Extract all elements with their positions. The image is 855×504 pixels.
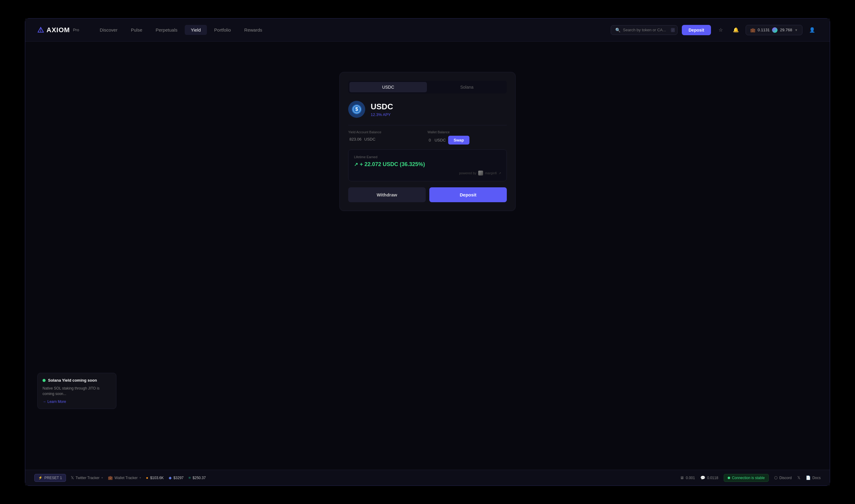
asset-header: $ USDC 12.3% APY <box>348 101 507 118</box>
arrow-right-icon: → <box>42 399 46 404</box>
num1-item: 🖥 0.001 <box>680 475 695 480</box>
num2-item: 💬 0.0118 <box>700 475 718 480</box>
status-bar: ⚡ PRESET 1 𝕏 Twitter Tracker + 💼 Wallet … <box>25 470 830 485</box>
yield-balance-value: 823.06 USDC <box>348 136 428 142</box>
balance-widget[interactable]: 💼 0.1131 29.768 ▼ <box>746 25 802 35</box>
deposit-button[interactable]: Deposit <box>682 25 711 35</box>
bell-icon: 🔔 <box>733 27 739 33</box>
notif-title: Solana Yield coming soon <box>48 378 97 382</box>
discord-item[interactable]: ⬡ Discord <box>774 475 792 480</box>
action-row: Withdraw Deposit <box>348 187 507 202</box>
lifetime-label: Lifetime Earned <box>354 155 501 159</box>
nav-right: 🔍 / Deposit ☆ 🔔 💼 0.1131 29.768 ▼ 👤 <box>611 24 818 36</box>
sol-price-icon: ● <box>146 475 148 480</box>
superscript-plus: + <box>102 476 103 480</box>
star-icon: ☆ <box>719 27 723 33</box>
balance-row: Yield Account Balance 823.06 USDC Wallet… <box>348 130 507 145</box>
asset-apy: 12.3% APY <box>371 112 393 117</box>
deposit-action-button[interactable]: Deposit <box>429 187 507 202</box>
wallet-tracker-icon: 💼 <box>108 475 113 480</box>
preset-badge[interactable]: ⚡ PRESET 1 <box>34 474 66 482</box>
search-slash: / <box>671 28 675 32</box>
notif-body: Native SOL staking through JITO is comin… <box>42 385 111 397</box>
top-nav: AXIOM Pro Discover Pulse Perpetuals Yiel… <box>25 19 830 41</box>
arrow-up-icon: ↗ <box>354 162 358 167</box>
usdc-icon: $ <box>348 101 365 118</box>
tab-usdc[interactable]: USDC <box>349 82 427 92</box>
user-icon: 👤 <box>809 27 815 33</box>
search-icon: 🔍 <box>615 28 621 33</box>
preset-icon: ⚡ <box>38 476 42 480</box>
search-input[interactable] <box>623 28 668 32</box>
logo-pro: Pro <box>73 28 79 32</box>
sol-icon <box>772 27 778 33</box>
sol-price-item: ● $103.6K <box>146 475 164 480</box>
wallet-icon: 💼 <box>750 28 755 33</box>
external-link-icon: ↗ <box>499 172 501 175</box>
main-content: USDC Solana $ USDC 12.3% APY <box>25 41 830 470</box>
btc-price-icon: ≡ <box>188 475 191 480</box>
lifetime-box: Lifetime Earned ↗ + 22.072 USDC (36.325%… <box>348 149 507 181</box>
btc-price-item: ≡ $250.37 <box>188 475 206 480</box>
bell-button[interactable]: 🔔 <box>730 24 741 36</box>
nav-pulse[interactable]: Pulse <box>125 25 149 35</box>
notif-learn-more[interactable]: → Learn More <box>42 399 111 404</box>
star-button[interactable]: ☆ <box>715 24 726 36</box>
wallet-balance-col: Wallet Balance 0 USDC Swap <box>428 130 507 145</box>
swap-button[interactable]: Swap <box>448 136 469 145</box>
nav-portfolio[interactable]: Portfolio <box>208 25 237 35</box>
connection-badge: Connection is stable <box>724 474 769 482</box>
wt-superscript: + <box>139 476 141 480</box>
tab-row: USDC Solana <box>348 81 507 93</box>
twitter-icon: 𝕏 <box>71 475 74 480</box>
app-frame: AXIOM Pro Discover Pulse Perpetuals Yiel… <box>25 18 830 486</box>
status-left: ⚡ PRESET 1 𝕏 Twitter Tracker + 💼 Wallet … <box>34 474 680 482</box>
twitter-tracker-item[interactable]: 𝕏 Twitter Tracker + <box>71 475 103 480</box>
wallet-balance-label: Wallet Balance <box>428 130 507 134</box>
status-right: 🖥 0.001 💬 0.0118 Connection is stable ⬡ … <box>680 474 821 482</box>
asset-name: USDC <box>371 102 393 111</box>
withdraw-button[interactable]: Withdraw <box>348 187 426 202</box>
nav-rewards[interactable]: Rewards <box>238 25 268 35</box>
notification-card: Solana Yield coming soon Native SOL stak… <box>37 373 116 409</box>
sol-balance: 0.1131 <box>758 28 770 32</box>
monitor-icon: 🖥 <box>680 475 684 480</box>
tab-solana[interactable]: Solana <box>428 82 506 92</box>
divider-1 <box>348 125 507 125</box>
x-item[interactable]: 𝕏 <box>797 475 800 480</box>
yield-balance-col: Yield Account Balance 823.06 USDC <box>348 130 428 142</box>
eth-price-icon: ◆ <box>169 475 172 480</box>
discord-icon: ⬡ <box>774 475 778 480</box>
nav-yield[interactable]: Yield <box>185 25 207 35</box>
connection-label: Connection is stable <box>732 476 765 480</box>
nav-links: Discover Pulse Perpetuals Yield Portfoli… <box>93 25 611 35</box>
docs-icon: 📄 <box>806 475 810 480</box>
chat-icon: 💬 <box>700 475 705 480</box>
powered-by: powered by marginfi ↗ <box>354 170 501 176</box>
usd-balance: 29.768 <box>780 28 792 32</box>
yield-balance-label: Yield Account Balance <box>348 130 428 134</box>
wallet-tracker-item[interactable]: 💼 Wallet Tracker + <box>108 475 141 480</box>
connection-dot-icon <box>728 477 730 479</box>
x-icon: 𝕏 <box>797 475 800 480</box>
wallet-balance-value: 0 USDC Swap <box>428 136 507 145</box>
eth-price-item: ◆ $3297 <box>169 475 184 480</box>
nav-discover[interactable]: Discover <box>93 25 123 35</box>
logo-text: AXIOM <box>47 26 70 34</box>
asset-info: USDC 12.3% APY <box>371 102 393 117</box>
lifetime-value: ↗ + 22.072 USDC (36.325%) <box>354 161 501 167</box>
nav-perpetuals[interactable]: Perpetuals <box>150 25 184 35</box>
marginfi-logo-icon <box>478 170 483 176</box>
yield-card: USDC Solana $ USDC 12.3% APY <box>339 72 516 211</box>
notif-header: Solana Yield coming soon <box>42 378 111 382</box>
search-bar[interactable]: 🔍 / <box>611 25 678 35</box>
chevron-down-icon: ▼ <box>795 28 798 32</box>
svg-text:$: $ <box>355 107 358 112</box>
axiom-logo-icon <box>37 27 44 33</box>
notif-dot-icon <box>42 379 46 382</box>
logo[interactable]: AXIOM Pro <box>37 26 79 34</box>
user-button[interactable]: 👤 <box>807 24 818 36</box>
docs-item[interactable]: 📄 Docs <box>806 475 821 480</box>
